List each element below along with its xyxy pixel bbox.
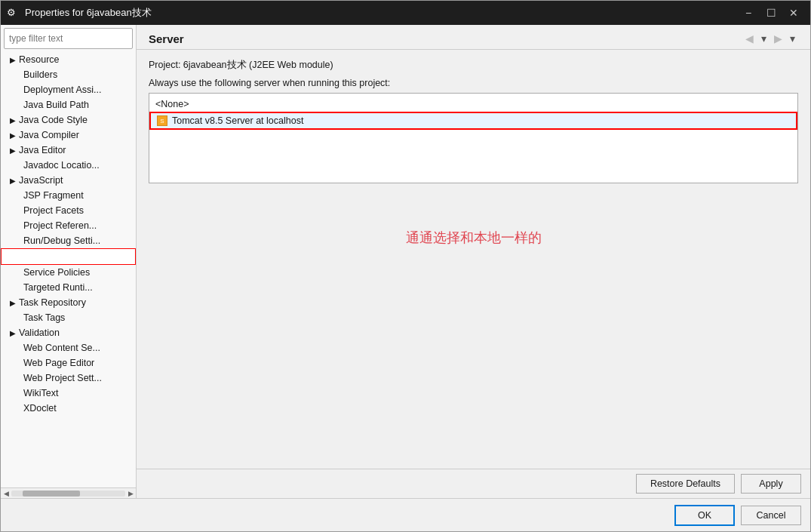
sidebar-item-label: Run/Debug Setti... xyxy=(23,235,100,246)
scroll-right-arrow[interactable]: ▶ xyxy=(125,488,136,499)
annotation-text: 通通选择和本地一样的 xyxy=(149,229,798,247)
sidebar-item-label: Web Content Se... xyxy=(23,343,100,353)
server-list-item-none[interactable]: <None> xyxy=(149,97,797,112)
sidebar-item-java-build-path[interactable]: Java Build Path xyxy=(1,97,136,112)
expand-arrow-icon: ▶ xyxy=(10,329,16,337)
close-button[interactable]: ✕ xyxy=(783,2,804,23)
sidebar-item-label: Resource xyxy=(19,54,60,65)
right-header: Server ◀ ▾ ▶ ▾ xyxy=(137,25,810,50)
server-list-box: <None>STomcat v8.5 Server at localhost xyxy=(149,93,798,183)
sidebar-item-label: XDoclet xyxy=(23,403,57,414)
forward-dropdown-button[interactable]: ▾ xyxy=(787,31,798,46)
sidebar-item-java-editor[interactable]: ▶Java Editor xyxy=(1,143,136,158)
sidebar-item-label: Java Compiler xyxy=(19,130,79,140)
sidebar-item-deployment[interactable]: Deployment Assi... xyxy=(1,82,136,97)
app-icon: ⚙ xyxy=(7,7,19,19)
right-panel: Server ◀ ▾ ▶ ▾ Project: 6javabean技术 (J2E… xyxy=(137,25,810,498)
sidebar-item-validation[interactable]: ▶Validation xyxy=(1,325,136,340)
sidebar-item-label: JavaScript xyxy=(19,175,63,186)
server-icon: S xyxy=(157,115,167,126)
cancel-button[interactable]: Cancel xyxy=(741,506,801,525)
sidebar-item-label: Builders xyxy=(23,69,57,80)
restore-defaults-button[interactable]: Restore Defaults xyxy=(636,474,735,494)
sidebar-item-label: Project Facets xyxy=(23,205,84,216)
sidebar-item-targeted-runtime[interactable]: Targeted Runti... xyxy=(1,280,136,295)
main-window: ⚙ Properties for 6javabean技术 − ☐ ✕ ▶Reso… xyxy=(0,0,811,532)
sidebar-item-web-page-editor[interactable]: Web Page Editor xyxy=(1,355,136,371)
server-item-label: Tomcat v8.5 Server at localhost xyxy=(172,115,303,126)
forward-arrow-button[interactable]: ▶ xyxy=(771,31,785,46)
sidebar-item-javadoc-location[interactable]: Javadoc Locatio... xyxy=(1,158,136,173)
minimize-button[interactable]: − xyxy=(738,2,759,23)
sidebar-item-resource[interactable]: ▶Resource xyxy=(1,52,136,67)
main-content: ▶ResourceBuildersDeployment Assi...Java … xyxy=(1,25,810,498)
sidebar-item-label: Java Editor xyxy=(19,145,66,155)
sidebar-item-java-compiler[interactable]: ▶Java Compiler xyxy=(1,128,136,143)
sidebar-item-label: Service Policies xyxy=(23,267,90,278)
maximize-button[interactable]: ☐ xyxy=(760,2,782,23)
sidebar-item-xdoclet[interactable]: XDoclet xyxy=(1,401,136,416)
always-use-label: Always use the following server when run… xyxy=(149,78,798,88)
right-bottom-bar: Restore Defaults Apply xyxy=(137,469,810,498)
server-item-label: <None> xyxy=(155,99,189,109)
sidebar-item-java-code-style[interactable]: ▶Java Code Style xyxy=(1,112,136,128)
sidebar-item-label: Task Tags xyxy=(23,312,65,323)
sidebar-item-run-debug[interactable]: Run/Debug Setti... xyxy=(1,233,136,248)
horizontal-scrollbar[interactable]: ◀ ▶ xyxy=(1,487,136,498)
sidebar-item-label: Project Referen... xyxy=(23,220,97,231)
right-body: Project: 6javabean技术 (J2EE Web module) A… xyxy=(137,50,810,469)
scroll-left-arrow[interactable]: ◀ xyxy=(1,488,11,499)
sidebar-item-label: Validation xyxy=(19,328,60,338)
sidebar-item-task-tags[interactable]: Task Tags xyxy=(1,310,136,325)
sidebar-item-label: Java Build Path xyxy=(23,100,89,110)
scroll-thumb xyxy=(23,490,80,497)
expand-arrow-icon: ▶ xyxy=(10,299,16,307)
back-dropdown-button[interactable]: ▾ xyxy=(758,31,770,46)
expand-arrow-icon: ▶ xyxy=(10,131,16,140)
scroll-track[interactable] xyxy=(11,490,125,497)
sidebar-item-label: Server xyxy=(24,251,52,262)
window-controls: − ☐ ✕ xyxy=(738,2,804,23)
sidebar-item-label: Targeted Runti... xyxy=(23,282,93,293)
sidebar-item-label: Web Page Editor xyxy=(23,358,94,368)
expand-arrow-icon: ▶ xyxy=(10,56,16,64)
window-title: Properties for 6javabean技术 xyxy=(25,6,738,20)
sidebar-item-label: Deployment Assi... xyxy=(23,85,102,95)
filter-input[interactable] xyxy=(4,28,133,49)
nav-arrows: ◀ ▾ ▶ ▾ xyxy=(742,31,798,46)
sidebar-item-task-repository[interactable]: ▶Task Repository xyxy=(1,295,136,310)
project-info: Project: 6javabean技术 (J2EE Web module) xyxy=(149,59,798,72)
server-list-item-tomcat[interactable]: STomcat v8.5 Server at localhost xyxy=(149,112,797,130)
sidebar-item-server[interactable]: Server xyxy=(1,248,136,265)
window-bottom-bar: OK Cancel xyxy=(1,498,810,531)
expand-arrow-icon: ▶ xyxy=(10,146,16,155)
sidebar-item-label: Task Repository xyxy=(19,297,86,308)
sidebar-item-label: Java Code Style xyxy=(19,115,88,125)
nav-list: ▶ResourceBuildersDeployment Assi...Java … xyxy=(1,52,136,487)
sidebar-item-wikitext[interactable]: WikiText xyxy=(1,386,136,401)
sidebar-item-project-facets[interactable]: Project Facets xyxy=(1,203,136,218)
ok-button[interactable]: OK xyxy=(674,505,735,526)
sidebar-item-label: Javadoc Locatio... xyxy=(23,160,100,171)
sidebar-item-label: WikiText xyxy=(23,388,59,398)
sidebar-item-label: JSP Fragment xyxy=(23,190,84,201)
sidebar-item-javascript[interactable]: ▶JavaScript xyxy=(1,173,136,188)
sidebar-item-builders[interactable]: Builders xyxy=(1,67,136,82)
expand-arrow-icon: ▶ xyxy=(10,177,16,185)
sidebar-item-web-content-settings[interactable]: Web Content Se... xyxy=(1,340,136,355)
sidebar-item-service-policies[interactable]: Service Policies xyxy=(1,265,136,280)
sidebar-item-jsp-fragment[interactable]: JSP Fragment xyxy=(1,188,136,203)
apply-button[interactable]: Apply xyxy=(741,474,801,494)
sidebar-item-label: Web Project Sett... xyxy=(23,373,102,383)
sidebar-item-project-references[interactable]: Project Referen... xyxy=(1,218,136,233)
expand-arrow-icon: ▶ xyxy=(10,116,16,125)
titlebar: ⚙ Properties for 6javabean技术 − ☐ ✕ xyxy=(1,1,810,25)
sidebar-item-web-project-settings[interactable]: Web Project Sett... xyxy=(1,371,136,386)
panel-title: Server xyxy=(149,32,184,45)
back-arrow-button[interactable]: ◀ xyxy=(742,31,757,46)
left-panel: ▶ResourceBuildersDeployment Assi...Java … xyxy=(1,25,137,498)
